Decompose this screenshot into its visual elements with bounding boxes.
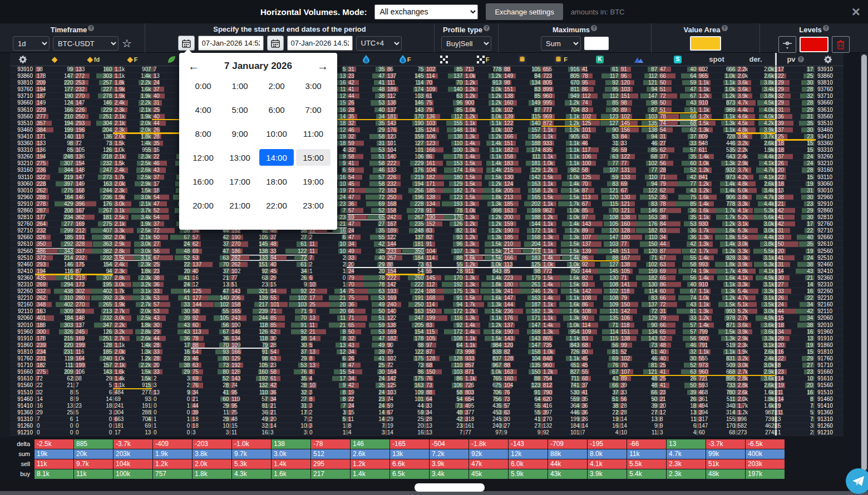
profile-type-select[interactable]: Buy|Sell — [441, 36, 491, 51]
time-option[interactable]: 8:00 — [186, 125, 220, 142]
time-option[interactable]: 13:00 — [223, 149, 257, 166]
time-option[interactable]: 19:00 — [296, 173, 331, 190]
column-header-coin-futures[interactable]: F — [541, 53, 580, 66]
volume-cell: 143321 — [230, 288, 269, 294]
time-option[interactable]: 11:00 — [296, 125, 331, 142]
volume-cell: 1121 — [308, 322, 347, 328]
volume-cell: 280392 — [74, 295, 113, 301]
volume-cell: 1.1k1.3k — [697, 288, 736, 294]
time-option[interactable]: 14:00 — [259, 149, 294, 166]
volume-cell: 150172 — [425, 308, 463, 314]
volume-cell: 177234 — [35, 214, 74, 220]
column-header-derivatives-total[interactable]: der. — [736, 53, 775, 66]
column-header-mountain-exchange[interactable] — [619, 53, 658, 66]
vertical-scrollbar[interactable] — [860, 53, 868, 478]
time-option[interactable]: 1:00 — [223, 77, 257, 94]
volume-cell: 5.5k4.4k — [736, 234, 775, 240]
time-option[interactable]: 10:00 — [259, 125, 294, 142]
table-row: 921603484022702651.9k2.7k573314410215821… — [10, 301, 844, 308]
time-option[interactable]: 6:00 — [259, 101, 294, 118]
time-option[interactable]: 20:00 — [186, 197, 220, 214]
time-option[interactable]: 0:00 — [186, 77, 220, 94]
volume-cell: 5462 — [658, 127, 697, 133]
next-day-arrow-icon[interactable]: → — [317, 61, 328, 72]
column-header-huobi-futures[interactable]: F — [386, 53, 425, 66]
period-end-input[interactable] — [287, 36, 353, 51]
volume-cell: 167235 — [386, 221, 425, 227]
volume-cell: 16691 — [230, 349, 269, 355]
trash-icon[interactable] — [832, 36, 850, 53]
level-line-style-button[interactable] — [778, 36, 796, 53]
volume-cell: 5648 — [152, 248, 191, 254]
column-header-spot-total[interactable]: spot — [697, 53, 736, 66]
price-label: 93910 — [10, 66, 35, 72]
column-header-binance-fd[interactable]: ◆fd — [74, 53, 113, 66]
column-header-coin-exchange[interactable] — [502, 53, 541, 66]
time-option[interactable]: 16:00 — [186, 173, 220, 190]
settings-gear-icon[interactable] — [814, 53, 842, 66]
price-label: 93060 — [10, 181, 35, 187]
timezone-select[interactable]: UTC+4 — [356, 36, 402, 51]
time-option[interactable]: 2:00 — [259, 77, 294, 94]
vertical-scrollbar-thumb[interactable] — [861, 55, 867, 471]
calendar-icon[interactable] — [178, 36, 195, 51]
time-option[interactable]: 15:00 — [296, 149, 331, 166]
column-header-s-exchange[interactable]: S — [658, 53, 697, 66]
column-header-huobi-spot[interactable] — [347, 53, 386, 66]
time-option[interactable]: 17:00 — [223, 173, 257, 190]
maximums-color-swatch[interactable] — [584, 37, 609, 50]
telegram-icon[interactable] — [846, 468, 868, 494]
column-header-binance-futures[interactable]: ◆F — [113, 53, 152, 66]
volume-cell: 2339 — [658, 389, 697, 395]
horizontal-scrollbar[interactable] — [0, 491, 868, 495]
symbol-select[interactable]: BTC-USDT — [53, 36, 119, 51]
time-option[interactable]: 12:00 — [186, 149, 220, 166]
time-option[interactable]: 5:00 — [223, 101, 257, 118]
price-label: 93860 — [814, 73, 842, 79]
time-option[interactable]: 7:00 — [296, 101, 331, 118]
time-option[interactable]: 3:00 — [296, 77, 331, 94]
time-option[interactable]: 21:00 — [223, 197, 257, 214]
level-line — [658, 112, 697, 114]
volume-cell: 812741 — [541, 382, 580, 388]
calendar-icon[interactable] — [267, 36, 284, 51]
prev-day-arrow-icon[interactable]: ← — [188, 61, 199, 72]
favorite-star-icon[interactable]: ☆ — [122, 37, 132, 50]
time-option[interactable]: 22:00 — [259, 197, 294, 214]
exchange-settings-button[interactable]: Exchange settings — [486, 3, 563, 20]
maximums-mode-select[interactable]: Sum — [541, 36, 581, 51]
volume-cell: 1.2k932 — [697, 167, 736, 173]
column-header-binance-spot[interactable]: ◆ — [35, 53, 74, 66]
time-option[interactable]: 4:00 — [186, 101, 220, 118]
volume-cell: 140163 — [386, 308, 425, 314]
column-header-okx-spot[interactable] — [425, 53, 463, 66]
volume-cell: 11957 — [230, 396, 269, 402]
column-header-okx-futures[interactable]: F — [463, 53, 502, 66]
levels-color-swatch[interactable] — [800, 37, 828, 52]
value-area-color-swatch[interactable] — [690, 36, 721, 51]
period-start-input[interactable] — [198, 36, 264, 51]
volume-cell: 105159 — [619, 268, 658, 274]
volume-cell: 2827 — [619, 409, 658, 415]
volume-cell: 116185 — [74, 349, 113, 355]
volume-cell: 910873 — [697, 100, 736, 106]
volume-cell: 3436 — [658, 234, 697, 240]
volume-cell: 1.6k1.4k — [463, 167, 502, 173]
time-option[interactable]: 23:00 — [296, 197, 331, 214]
volume-cell: 2215 — [775, 174, 814, 180]
info-icon: ? — [722, 25, 728, 31]
volume-cell: 9899 — [35, 66, 74, 72]
close-icon[interactable]: × — [852, 4, 860, 19]
volume-cell: 106143 — [74, 369, 113, 375]
column-header-kucoin[interactable]: K — [580, 53, 619, 66]
volume-cell: 582462 — [736, 423, 775, 429]
time-option[interactable]: 9:00 — [223, 125, 257, 142]
settings-gear-icon[interactable] — [10, 53, 35, 66]
volume-cell: 593733 — [697, 382, 736, 388]
timeframe-select[interactable]: 1d — [13, 36, 50, 51]
time-option[interactable]: 18:00 — [259, 173, 294, 190]
column-header-pv[interactable]: pv? — [775, 53, 814, 66]
mode-select[interactable]: All exchanges — [374, 4, 478, 19]
volume-cell: 8675 — [386, 66, 425, 72]
horizontal-scrollbar-thumb[interactable] — [415, 483, 485, 492]
